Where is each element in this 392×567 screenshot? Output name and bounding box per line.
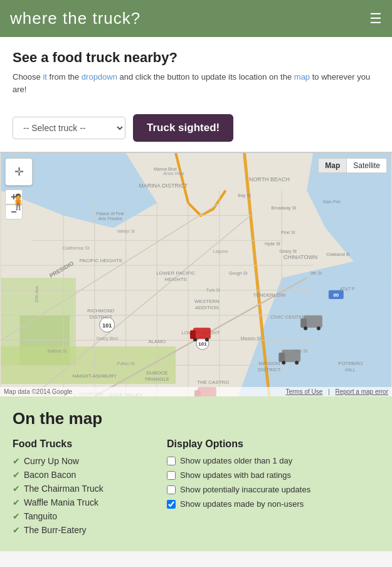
svg-text:Pine St: Pine St [281, 230, 295, 235]
truck-name: Curry Up Now [24, 456, 79, 466]
svg-point-85 [295, 361, 299, 364]
svg-text:ALAMO: ALAMO [148, 339, 166, 344]
map-type-satellite[interactable]: Satellite [347, 159, 386, 172]
svg-point-89 [317, 327, 320, 331]
svg-text:9th St: 9th St [310, 271, 322, 275]
svg-text:25th Ave: 25th Ave [34, 286, 39, 303]
map-report-link[interactable]: Report a map error [336, 388, 388, 395]
list-item: ✔ Waffle Mania Truck [13, 497, 154, 507]
truck-name: The Chairman Truck [24, 484, 103, 494]
map-separator: | [328, 388, 330, 395]
on-the-map-section: On the map Food Trucks ✔ Curry Up Now ✔ … [0, 396, 392, 551]
intro-link-map[interactable]: map [294, 72, 310, 82]
display-options-column: Display Options Show updates older than … [167, 438, 379, 539]
map-terms-link[interactable]: Terms of Use [285, 388, 322, 395]
svg-text:DISTRICT: DISTRICT [258, 367, 281, 373]
check-icon: ✔ [13, 525, 20, 535]
svg-text:101: 101 [198, 341, 207, 347]
option-label-2: Show updates with bad ratings [180, 470, 291, 480]
svg-text:RICHMOND: RICHMOND [87, 308, 115, 314]
option-checkbox-1[interactable] [167, 457, 176, 465]
svg-text:Vallejo St: Vallejo St [117, 229, 135, 234]
svg-point-97 [205, 337, 209, 341]
option-item: Show updates made by non-users [167, 499, 379, 509]
check-icon: ✔ [13, 511, 20, 521]
svg-text:TRIANGLE: TRIANGLE [144, 376, 169, 382]
option-label-1: Show updates older than 1 day [180, 456, 292, 465]
svg-text:80: 80 [333, 292, 339, 298]
svg-text:DISTRICT: DISTRICT [89, 314, 112, 320]
check-icon: ✔ [13, 497, 20, 507]
svg-text:Mission St: Mission St [241, 336, 261, 341]
svg-text:California St: California St [62, 245, 90, 251]
pan-button[interactable]: ✛ [5, 158, 33, 186]
list-item: ✔ Bacon Bacon [13, 470, 154, 480]
intro-link-it[interactable]: it [43, 72, 47, 82]
svg-text:Fulton St: Fulton St [117, 361, 135, 366]
svg-text:POTRERO: POTRERO [338, 361, 363, 366]
check-icon: ✔ [13, 456, 20, 466]
controls-section: -- Select truck -- Curry Up Now Bacon Ba… [0, 107, 392, 152]
option-checkbox-4[interactable] [167, 500, 176, 509]
svg-text:Palace of Fine: Palace of Fine [96, 211, 124, 216]
option-checkbox-2[interactable] [167, 471, 176, 480]
option-item: Show updates older than 1 day [167, 456, 379, 465]
svg-text:NORTH BEACH: NORTH BEACH [249, 176, 290, 183]
svg-text:DUBOCE: DUBOCE [146, 370, 167, 376]
truck-name: Waffle Mania Truck [24, 497, 98, 507]
svg-text:Marina Blvd: Marina Blvd [154, 167, 177, 171]
svg-text:ADDITION: ADDITION [195, 305, 219, 310]
svg-text:Hyde St: Hyde St [265, 241, 280, 246]
truck-select[interactable]: -- Select truck -- Curry Up Now Bacon Ba… [13, 117, 125, 139]
list-item: ✔ The Burr-Eatery [13, 525, 154, 535]
map-container: 101 101 PRESIDIO PACIFIC HEIGHTS LOWER P… [0, 152, 392, 396]
map-data-label: Map data ©2014 Google [4, 388, 72, 395]
svg-text:PACIFIC HEIGHTS: PACIFIC HEIGHTS [80, 258, 122, 263]
intro-description: Choose it from the dropdown and click th… [13, 71, 379, 95]
svg-text:Arts Theatre: Arts Theatre [98, 216, 122, 221]
svg-rect-94 [193, 328, 211, 339]
list-item: ✔ The Chairman Truck [13, 484, 154, 494]
map-attribution: Map data ©2014 Google Terms of Use | Rep… [0, 387, 392, 396]
svg-rect-87 [300, 319, 307, 328]
option-item: Show updates with bad ratings [167, 470, 379, 480]
list-item: ✔ Tanguito [13, 511, 154, 521]
option-checkbox-3[interactable] [167, 485, 176, 494]
street-view-icon[interactable]: 🧍 [9, 193, 28, 211]
app-title: where the truck? [10, 9, 140, 28]
truck-sighted-button[interactable]: Truck sighted! [133, 114, 233, 142]
list-item: ✔ Curry Up Now [13, 456, 154, 466]
option-item: Show potentially inaccurate updates [167, 485, 379, 494]
intro-heading: See a food truck nearby? [13, 50, 379, 66]
svg-rect-83 [278, 352, 285, 362]
svg-text:LOWER PACIFIC: LOWER PACIFIC [156, 270, 195, 276]
svg-text:TENDERLOIN: TENDERLOIN [253, 292, 285, 298]
option-label-4: Show updates made by non-users [180, 499, 304, 509]
svg-point-84 [282, 361, 285, 364]
svg-text:Oakland B: Oakland B [326, 252, 349, 257]
svg-text:MARINA DISTRICT: MARINA DISTRICT [139, 183, 188, 189]
svg-text:HEIGHTS: HEIGHTS [165, 277, 187, 282]
svg-point-88 [304, 327, 307, 331]
svg-text:Bay St: Bay St [238, 193, 251, 198]
map-background: 101 101 PRESIDIO PACIFIC HEIGHTS LOWER P… [0, 153, 392, 396]
intro-section: See a food truck nearby? Choose it from … [0, 37, 392, 107]
map-links: Terms of Use | Report a map error [285, 388, 388, 395]
option-label-3: Show potentially inaccurate updates [180, 485, 310, 494]
svg-text:Turk St: Turk St [206, 288, 220, 292]
map-type-map[interactable]: Map [319, 159, 346, 172]
svg-text:Gough St: Gough St [229, 271, 247, 276]
truck-name: Bacon Bacon [24, 470, 76, 480]
truck-name: Tanguito [24, 511, 57, 521]
display-options-title: Display Options [167, 438, 379, 450]
app-header: where the truck? ☰ [0, 0, 392, 37]
food-trucks-title: Food Trucks [13, 438, 154, 450]
svg-text:WESTERN: WESTERN [194, 299, 220, 304]
svg-text:CIVIC CENTER: CIVIC CENTER [270, 314, 305, 320]
svg-text:San Fre: San Fre [323, 199, 341, 204]
svg-point-96 [193, 337, 197, 341]
menu-icon[interactable]: ☰ [369, 12, 382, 26]
intro-link-dropdown[interactable]: dropdown [82, 72, 117, 82]
svg-rect-95 [190, 331, 196, 339]
svg-text:CHINATOWN: CHINATOWN [283, 254, 317, 260]
